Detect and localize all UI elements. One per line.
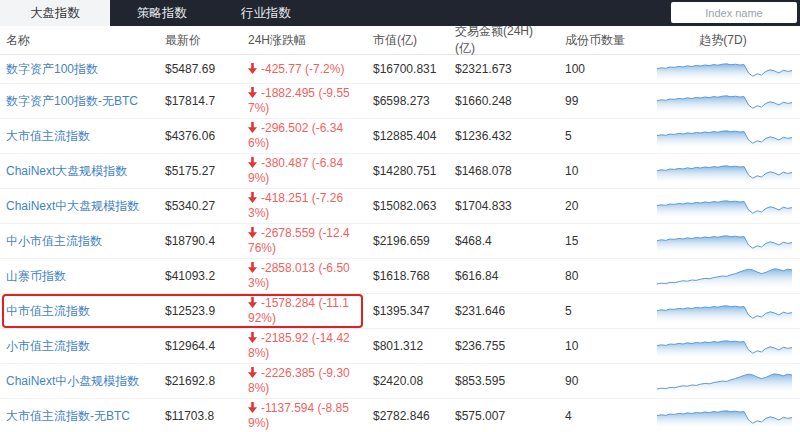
coin-count: 5 <box>547 304 652 318</box>
trend-sparkline <box>657 334 792 358</box>
volume-24h: $231.646 <box>450 304 547 318</box>
change-value: -2185.92 (-14.428%) <box>248 331 350 360</box>
latest-price: $12523.9 <box>160 304 243 318</box>
down-arrow-icon <box>248 297 257 312</box>
index-name-link[interactable]: 数字资产100指数-无BTC <box>0 93 160 110</box>
index-name-link[interactable]: ChaiNext中大盘规模指数 <box>0 198 160 215</box>
change-24h: -296.502 (-6.346%) <box>243 119 363 153</box>
index-name-search-input[interactable] <box>671 2 797 23</box>
trend-sparkline <box>657 159 792 183</box>
table-row: ChaiNext中大盘规模指数 $5340.27 -418.251 (-7.26… <box>0 189 800 224</box>
latest-price: $11703.8 <box>160 409 243 423</box>
change-24h: -1882.495 (-9.557%) <box>243 84 363 118</box>
change-24h: -1578.284 (-11.192%) <box>243 294 363 328</box>
down-arrow-icon <box>248 227 257 242</box>
market-cap: $14280.751 <box>363 164 450 178</box>
col-header-change: 24H涨跌幅 <box>243 32 363 49</box>
trend-sparkline <box>657 404 792 428</box>
volume-24h: $1660.248 <box>450 94 547 108</box>
change-24h: -2185.92 (-14.428%) <box>243 329 363 363</box>
tab-market-index[interactable]: 大盘指数 <box>0 0 110 26</box>
change-24h: -380.487 (-6.849%) <box>243 154 363 188</box>
table-row: 山寨币指数 $41093.2 -2858.013 (-6.503%) $1618… <box>0 259 800 294</box>
col-header-coin-count: 成份币数量 <box>547 32 652 49</box>
change-24h: -2858.013 (-6.503%) <box>243 259 363 293</box>
index-name-link[interactable]: 大市值主流指数 <box>0 128 160 145</box>
trend-sparkline <box>657 299 792 323</box>
change-value: -1882.495 (-9.557%) <box>248 86 350 115</box>
change-value: -380.487 (-6.849%) <box>248 156 343 185</box>
table-row: 数字资产100指数-无BTC $17814.7 -1882.495 (-9.55… <box>0 84 800 119</box>
volume-24h: $616.84 <box>450 269 547 283</box>
volume-24h: $1468.078 <box>450 164 547 178</box>
trend-sparkline <box>657 264 792 288</box>
index-name-link[interactable]: 大市值主流指数-无BTC <box>0 408 160 425</box>
latest-price: $12964.4 <box>160 339 243 353</box>
market-cap: $16700.831 <box>363 62 450 76</box>
market-cap: $6598.273 <box>363 94 450 108</box>
tab-industry-index[interactable]: 行业指数 <box>214 0 318 26</box>
trend-cell <box>652 55 800 83</box>
volume-24h: $853.595 <box>450 374 547 388</box>
trend-cell <box>652 332 800 360</box>
coin-count: 20 <box>547 199 652 213</box>
index-name-link[interactable]: 中小市值主流指数 <box>0 233 160 250</box>
coin-count: 90 <box>547 374 652 388</box>
index-name-link[interactable]: 小市值主流指数 <box>0 338 160 355</box>
index-name-link[interactable]: 山寨币指数 <box>0 268 160 285</box>
volume-24h: $1704.833 <box>450 199 547 213</box>
latest-price: $5487.69 <box>160 62 243 76</box>
index-name-link[interactable]: ChaiNext大盘规模指数 <box>0 163 160 180</box>
col-header-name: 名称 <box>0 32 160 49</box>
trend-cell <box>652 367 800 395</box>
top-tab-bar: 大盘指数 策略指数 行业指数 <box>0 0 800 26</box>
change-24h: -1137.594 (-8.859%) <box>243 399 363 432</box>
change-value: -2858.013 (-6.503%) <box>248 261 350 290</box>
market-cap: $1395.347 <box>363 304 450 318</box>
change-24h: -418.251 (-7.263%) <box>243 189 363 223</box>
market-cap: $15082.063 <box>363 199 450 213</box>
col-header-volume: 交易金额(24H)(亿) <box>450 23 547 57</box>
latest-price: $5340.27 <box>160 199 243 213</box>
volume-24h: $468.4 <box>450 234 547 248</box>
trend-cell <box>652 227 800 255</box>
col-header-price: 最新价 <box>160 32 243 49</box>
trend-sparkline <box>657 229 792 253</box>
latest-price: $5175.27 <box>160 164 243 178</box>
coin-count: 10 <box>547 164 652 178</box>
change-24h: -425.77 (-7.2%) <box>243 60 363 79</box>
trend-cell <box>652 157 800 185</box>
latest-price: $18790.4 <box>160 234 243 248</box>
coin-count: 5 <box>547 129 652 143</box>
col-header-marketcap: 市值(亿) <box>363 32 450 49</box>
trend-sparkline <box>657 57 792 81</box>
change-value: -418.251 (-7.263%) <box>248 191 343 220</box>
change-value: -296.502 (-6.346%) <box>248 121 343 150</box>
coin-count: 10 <box>547 339 652 353</box>
trend-sparkline <box>657 194 792 218</box>
trend-cell <box>652 297 800 325</box>
change-24h: -2226.385 (-9.308%) <box>243 364 363 398</box>
index-name-link[interactable]: ChaiNext中小盘规模指数 <box>0 373 160 390</box>
volume-24h: $236.755 <box>450 339 547 353</box>
latest-price: $4376.06 <box>160 129 243 143</box>
down-arrow-icon <box>248 262 257 277</box>
trend-sparkline <box>657 89 792 113</box>
index-name-link[interactable]: 中市值主流指数 <box>0 303 160 320</box>
tab-strategy-index[interactable]: 策略指数 <box>110 0 214 26</box>
change-24h: -2678.559 (-12.476%) <box>243 224 363 258</box>
table-row: 大市值主流指数-无BTC $11703.8 -1137.594 (-8.859%… <box>0 399 800 432</box>
change-value: -1137.594 (-8.859%) <box>248 401 349 430</box>
down-arrow-icon <box>248 87 257 102</box>
down-arrow-icon <box>248 122 257 137</box>
index-name-link[interactable]: 数字资产100指数 <box>0 61 160 78</box>
coin-count: 100 <box>547 62 652 76</box>
down-arrow-icon <box>248 63 257 78</box>
down-arrow-icon <box>248 332 257 347</box>
table-row: 小市值主流指数 $12964.4 -2185.92 (-14.428%) $80… <box>0 329 800 364</box>
volume-24h: $2321.673 <box>450 62 547 76</box>
market-cap: $2782.846 <box>363 409 450 423</box>
latest-price: $21692.8 <box>160 374 243 388</box>
table-row: 中市值主流指数 $12523.9 -1578.284 (-11.192%) $1… <box>0 294 800 329</box>
market-cap: $2420.08 <box>363 374 450 388</box>
